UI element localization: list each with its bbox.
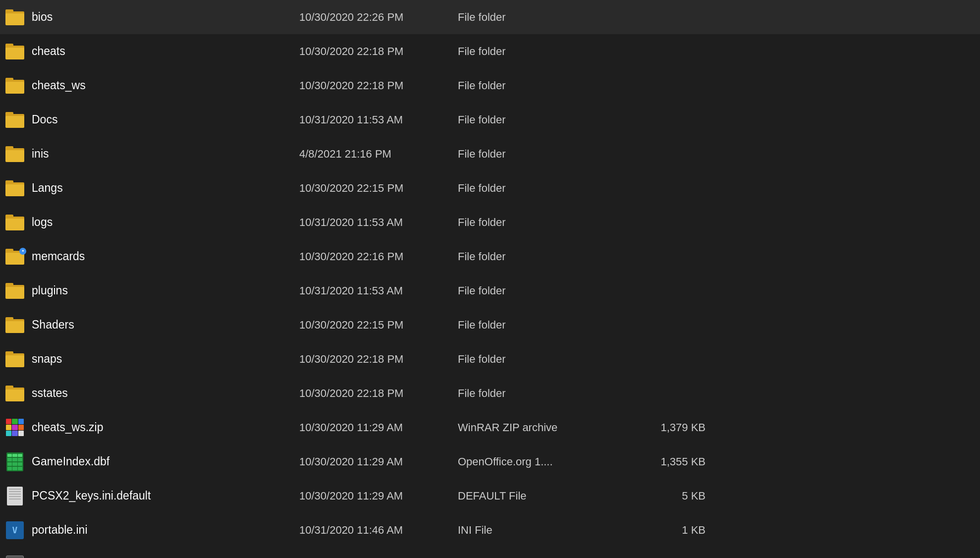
folder-icon	[5, 384, 25, 403]
file-name: Langs	[32, 181, 299, 195]
file-list: bios10/30/2020 22:26 PMFile folder cheat…	[0, 0, 980, 558]
dbf-icon	[5, 452, 25, 472]
file-type: File folder	[458, 45, 626, 58]
table-row[interactable]: ✦ memcards10/30/2020 22:16 PMFile folder	[0, 239, 980, 274]
file-name: memcards	[32, 250, 299, 263]
file-name: sstates	[32, 387, 299, 400]
file-name: cheats_ws.zip	[32, 421, 299, 434]
table-row[interactable]: GameIndex.dbf10/30/2020 11:29 AMOpenOffi…	[0, 445, 980, 479]
file-type: File folder	[458, 11, 626, 24]
zip-icon	[5, 418, 25, 438]
file-name: cheats	[32, 45, 299, 58]
file-size: 1 KB	[626, 524, 706, 537]
file-date: 10/30/2020 22:18 PM	[299, 387, 458, 400]
folder_special-icon: ✦	[5, 247, 25, 267]
file-type: File folder	[458, 113, 626, 126]
ini_default-icon	[5, 486, 25, 506]
folder-icon	[5, 315, 25, 335]
file-date: 10/30/2020 22:15 PM	[299, 319, 458, 332]
file-date: 10/30/2020 11:29 AM	[299, 421, 458, 434]
file-name: Shaders	[32, 318, 299, 332]
file-size: 5 KB	[626, 490, 706, 502]
folder-icon	[5, 349, 25, 369]
table-row[interactable]: inis4/8/2021 21:16 PMFile folder	[0, 137, 980, 171]
file-type: File folder	[458, 182, 626, 195]
file-name: GameIndex.dbf	[32, 455, 299, 468]
table-row[interactable]: snaps10/30/2020 22:18 PMFile folder	[0, 342, 980, 376]
file-type: File folder	[458, 319, 626, 332]
file-type: File folder	[458, 250, 626, 263]
folder-icon	[5, 213, 25, 232]
file-date: 10/31/2020 11:53 AM	[299, 284, 458, 297]
file-name: portable.ini	[32, 523, 299, 537]
file-size: 1,355 KB	[626, 455, 706, 468]
table-row[interactable]: plugins10/31/2020 11:53 AMFile folder	[0, 274, 980, 308]
table-row[interactable]: Vportable.ini10/31/2020 11:46 AMINI File…	[0, 513, 980, 547]
folder-icon	[5, 42, 25, 61]
file-name: bios	[32, 10, 299, 24]
table-row[interactable]: PCSX2_keys.ini.default10/30/2020 11:29 A…	[0, 479, 980, 513]
folder-icon	[5, 110, 25, 130]
file-date: 10/30/2020 22:18 PM	[299, 45, 458, 58]
file-date: 10/30/2020 22:18 PM	[299, 353, 458, 366]
file-date: 10/30/2020 22:16 PM	[299, 250, 458, 263]
folder-icon	[5, 144, 25, 164]
table-row[interactable]: cheats_ws10/30/2020 22:18 PMFile folder	[0, 68, 980, 103]
file-name: snaps	[32, 352, 299, 366]
cmd-icon	[5, 555, 25, 558]
file-type: OpenOffice.org 1....	[458, 455, 626, 468]
file-type: File folder	[458, 353, 626, 366]
file-name: PCSX2_keys.ini.default	[32, 489, 299, 502]
table-row[interactable]: logs10/31/2020 11:53 AMFile folder	[0, 205, 980, 239]
folder-icon	[5, 76, 25, 96]
file-date: 10/31/2020 11:46 AM	[299, 524, 458, 537]
file-type: File folder	[458, 79, 626, 92]
file-type: INI File	[458, 524, 626, 537]
vim_ini-icon: V	[5, 520, 25, 540]
table-row[interactable]: run_spu2_replay.cmd10/30/2020 11:29 AMWi…	[0, 547, 980, 558]
file-date: 10/30/2020 22:18 PM	[299, 79, 458, 92]
table-row[interactable]: Shaders10/30/2020 22:15 PMFile folder	[0, 308, 980, 342]
folder-icon	[5, 178, 25, 198]
file-name: logs	[32, 216, 299, 229]
file-type: File folder	[458, 284, 626, 297]
file-name: plugins	[32, 284, 299, 297]
table-row[interactable]: cheats10/30/2020 22:18 PMFile folder	[0, 34, 980, 68]
file-date: 10/30/2020 11:29 AM	[299, 455, 458, 468]
file-type: WinRAR ZIP archive	[458, 421, 626, 434]
file-date: 10/31/2020 11:53 AM	[299, 113, 458, 126]
file-type: DEFAULT File	[458, 490, 626, 502]
file-date: 10/30/2020 22:15 PM	[299, 182, 458, 195]
table-row[interactable]: sstates10/30/2020 22:18 PMFile folder	[0, 376, 980, 410]
table-row[interactable]: bios10/30/2020 22:26 PMFile folder	[0, 0, 980, 34]
file-name: Docs	[32, 113, 299, 126]
file-date: 10/30/2020 11:29 AM	[299, 490, 458, 502]
table-row[interactable]: Docs10/31/2020 11:53 AMFile folder	[0, 103, 980, 137]
file-type: File folder	[458, 387, 626, 400]
file-name: cheats_ws	[32, 79, 299, 92]
file-size: 1,379 KB	[626, 421, 706, 434]
file-date: 10/31/2020 11:53 AM	[299, 216, 458, 229]
table-row[interactable]: Langs10/30/2020 22:15 PMFile folder	[0, 171, 980, 205]
folder-icon	[5, 7, 25, 27]
file-date: 4/8/2021 21:16 PM	[299, 148, 458, 161]
file-name: inis	[32, 147, 299, 161]
file-type: File folder	[458, 148, 626, 161]
table-row[interactable]: cheats_ws.zip10/30/2020 11:29 AMWinRAR Z…	[0, 410, 980, 445]
file-date: 10/30/2020 22:26 PM	[299, 11, 458, 24]
folder-icon	[5, 281, 25, 301]
file-type: File folder	[458, 216, 626, 229]
